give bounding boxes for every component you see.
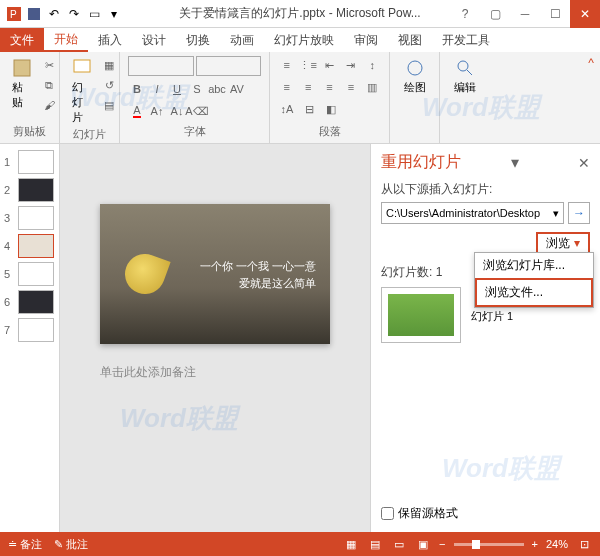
- indent-dec-icon[interactable]: ⇤: [321, 56, 338, 74]
- drawing-label: 绘图: [404, 80, 426, 95]
- zoom-level[interactable]: 24%: [546, 538, 568, 550]
- keep-format-label: 保留源格式: [398, 505, 458, 522]
- text-direction-icon[interactable]: ↕A: [278, 100, 296, 118]
- svg-line-7: [467, 70, 472, 75]
- minimize-icon[interactable]: ─: [510, 0, 540, 28]
- cut-icon[interactable]: ✂: [40, 56, 58, 74]
- notes-placeholder[interactable]: 单击此处添加备注: [100, 364, 330, 381]
- align-left-icon[interactable]: ≡: [278, 78, 295, 96]
- slideshow-view-icon[interactable]: ▣: [415, 536, 431, 552]
- taskpane-close-icon[interactable]: ✕: [578, 155, 590, 171]
- tab-developer[interactable]: 开发工具: [432, 28, 500, 52]
- reuse-slide-thumb[interactable]: [381, 287, 461, 343]
- slide-editor[interactable]: 一个你 一个我 一心一意 爱就是这么简单 单击此处添加备注: [60, 144, 370, 532]
- title-bar: P ↶ ↷ ▭ ▾ 关于爱情箴言的幻灯片.pptx - Microsoft Po…: [0, 0, 600, 28]
- font-size-combo[interactable]: [196, 56, 262, 76]
- align-text-icon[interactable]: ⊟: [300, 100, 318, 118]
- font-group-label: 字体: [128, 124, 261, 139]
- zoom-in-icon[interactable]: +: [532, 538, 538, 550]
- status-comments[interactable]: ✎ 批注: [54, 537, 88, 552]
- editing-button[interactable]: 编辑: [448, 56, 482, 97]
- help-icon[interactable]: ?: [450, 0, 480, 28]
- tab-slideshow[interactable]: 幻灯片放映: [264, 28, 344, 52]
- tab-design[interactable]: 设计: [132, 28, 176, 52]
- tab-animations[interactable]: 动画: [220, 28, 264, 52]
- reading-view-icon[interactable]: ▭: [391, 536, 407, 552]
- status-bar: ≐ 备注 ✎ 批注 ▦ ▤ ▭ ▣ − + 24% ⊡: [0, 532, 600, 556]
- copy-icon[interactable]: ⧉: [40, 76, 58, 94]
- redo-icon[interactable]: ↷: [66, 6, 82, 22]
- group-slides: 幻灯片 ▦ ↺ ▤ 幻灯片: [60, 52, 120, 143]
- tab-file[interactable]: 文件: [0, 28, 44, 52]
- new-slide-button[interactable]: 幻灯片: [68, 56, 96, 127]
- current-slide[interactable]: 一个你 一个我 一心一意 爱就是这么简单: [100, 204, 330, 344]
- thumb-6[interactable]: 6: [0, 288, 59, 316]
- strike-icon[interactable]: S: [188, 80, 206, 98]
- keep-source-format[interactable]: 保留源格式: [381, 505, 458, 522]
- thumb-5[interactable]: 5: [0, 260, 59, 288]
- thumb-2[interactable]: 2: [0, 176, 59, 204]
- indent-inc-icon[interactable]: ⇥: [342, 56, 359, 74]
- spacing-icon[interactable]: AV: [228, 80, 246, 98]
- thumb-4[interactable]: 4: [0, 232, 59, 260]
- shapes-icon: [405, 58, 425, 78]
- thumb-3[interactable]: 3: [0, 204, 59, 232]
- taskpane-menu-icon[interactable]: ▾: [511, 153, 528, 172]
- underline-icon[interactable]: U: [168, 80, 186, 98]
- italic-icon[interactable]: I: [148, 80, 166, 98]
- slide-thumbnails[interactable]: 1 2 3 4 5 6 7: [0, 144, 60, 532]
- browse-button[interactable]: 浏览 ▾: [536, 232, 590, 254]
- font-color-icon[interactable]: A: [128, 102, 146, 120]
- columns-icon[interactable]: ▥: [364, 78, 381, 96]
- layout-icon[interactable]: ▦: [100, 56, 118, 74]
- keep-format-checkbox[interactable]: [381, 507, 394, 520]
- close-icon[interactable]: ✕: [570, 0, 600, 28]
- start-slideshow-icon[interactable]: ▭: [86, 6, 102, 22]
- bullets-icon[interactable]: ≡: [278, 56, 295, 74]
- tab-view[interactable]: 视图: [388, 28, 432, 52]
- shadow-icon[interactable]: abc: [208, 80, 226, 98]
- tab-home[interactable]: 开始: [44, 28, 88, 52]
- save-icon[interactable]: [26, 6, 42, 22]
- clear-format-icon[interactable]: A⌫: [188, 102, 206, 120]
- justify-icon[interactable]: ≡: [342, 78, 359, 96]
- undo-icon[interactable]: ↶: [46, 6, 62, 22]
- font-family-combo[interactable]: [128, 56, 194, 76]
- tab-review[interactable]: 审阅: [344, 28, 388, 52]
- fit-window-icon[interactable]: ⊡: [576, 536, 592, 552]
- collapse-ribbon-icon[interactable]: ^: [588, 56, 594, 70]
- normal-view-icon[interactable]: ▦: [343, 536, 359, 552]
- source-path-text: C:\Users\Administrator\Desktop: [386, 207, 540, 219]
- source-path-combo[interactable]: C:\Users\Administrator\Desktop ▾: [381, 202, 564, 224]
- reuse-slide-label: 幻灯片 1: [471, 309, 513, 324]
- slide-text: 一个你 一个我 一心一意 爱就是这么简单: [200, 258, 316, 291]
- ribbon-options-icon[interactable]: ▢: [480, 0, 510, 28]
- thumb-1[interactable]: 1: [0, 148, 59, 176]
- drawing-button[interactable]: 绘图: [398, 56, 431, 97]
- section-icon[interactable]: ▤: [100, 96, 118, 114]
- paste-button[interactable]: 粘贴: [8, 56, 36, 124]
- go-button[interactable]: →: [568, 202, 590, 224]
- browse-library-item[interactable]: 浏览幻灯片库...: [475, 253, 593, 278]
- reset-icon[interactable]: ↺: [100, 76, 118, 94]
- align-center-icon[interactable]: ≡: [299, 78, 316, 96]
- format-painter-icon[interactable]: 🖌: [40, 96, 58, 114]
- status-notes[interactable]: ≐ 备注: [8, 537, 42, 552]
- sorter-view-icon[interactable]: ▤: [367, 536, 383, 552]
- smartart-icon[interactable]: ◧: [322, 100, 340, 118]
- new-slide-label: 幻灯片: [72, 80, 92, 125]
- increase-font-icon[interactable]: A↑: [148, 102, 166, 120]
- align-right-icon[interactable]: ≡: [321, 78, 338, 96]
- numbering-icon[interactable]: ⋮≡: [299, 56, 316, 74]
- zoom-slider[interactable]: [454, 543, 524, 546]
- clipboard-group-label: 剪贴板: [8, 124, 51, 139]
- tab-insert[interactable]: 插入: [88, 28, 132, 52]
- bold-icon[interactable]: B: [128, 80, 146, 98]
- maximize-icon[interactable]: ☐: [540, 0, 570, 28]
- decrease-font-icon[interactable]: A↓: [168, 102, 186, 120]
- zoom-out-icon[interactable]: −: [439, 538, 445, 550]
- thumb-7[interactable]: 7: [0, 316, 59, 344]
- qat-dropdown-icon[interactable]: ▾: [106, 6, 122, 22]
- tab-transitions[interactable]: 切换: [176, 28, 220, 52]
- line-spacing-icon[interactable]: ↕: [364, 56, 381, 74]
